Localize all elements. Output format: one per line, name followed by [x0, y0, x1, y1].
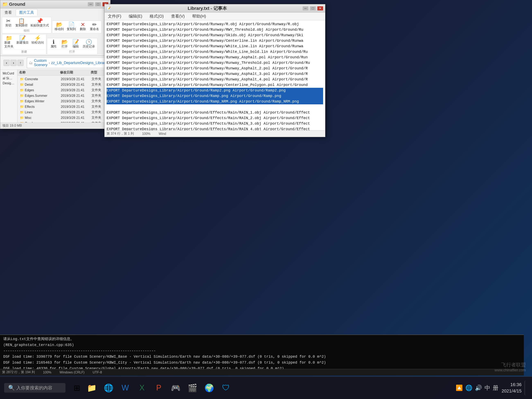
folder-icon: 📁: [20, 89, 24, 92]
tray-up-arrow[interactable]: 🔼: [456, 385, 463, 391]
file-item[interactable]: 📁Effects 2019/3/28 21:41 文件夹: [18, 104, 109, 109]
search-icon: 🔍: [8, 385, 15, 391]
move-to-button[interactable]: 📂 移动到: [54, 21, 65, 32]
file-name: 📁Misc: [20, 116, 61, 120]
file-list: 📁Concrete 2019/3/28 21:41 文件夹 📁Detail 20…: [17, 76, 110, 123]
minimize-button[interactable]: ─: [88, 2, 94, 6]
game-icon: 🎮: [171, 383, 180, 393]
show-desktop-button[interactable]: [525, 380, 528, 395]
move-to-label: 移动到: [55, 27, 64, 31]
tray-date-display: 2021/4/15: [501, 388, 522, 394]
taskbar-app-files[interactable]: 📁: [84, 380, 99, 395]
easy-access-icon: ⚡: [34, 35, 41, 41]
tray-volume-icon[interactable]: 🔊: [475, 385, 482, 391]
file-item[interactable]: 📁Edges.Summer 2019/3/28 21:41 文件夹: [18, 93, 109, 98]
cut-button[interactable]: ✂ 剪切: [3, 18, 13, 28]
new-folder-button[interactable]: 📁 新建文件夹: [3, 35, 14, 49]
delete-button[interactable]: ✕ 删除: [78, 21, 88, 32]
menu-edit[interactable]: 编辑(E): [127, 13, 144, 20]
taskbar-app-browser[interactable]: 🌍: [202, 380, 216, 395]
copy-to-button[interactable]: 📄 复制到: [66, 21, 77, 32]
tray-ime-icon[interactable]: 中: [485, 384, 490, 392]
file-name: 📁Edges.Winter: [20, 99, 61, 103]
tray-datetime[interactable]: 16:36 2021/4/15: [501, 382, 522, 394]
file-item[interactable]: 📁Detail 2019/3/28 21:41 文件夹: [18, 82, 109, 87]
ribbon-group-action: 📂 移动到 📄 复制到 ✕ 删除 ✏ 重命名: [52, 21, 101, 33]
open-button[interactable]: 📂 打开: [60, 39, 70, 49]
easy-access-button[interactable]: ⚡ 轻松访问: [31, 35, 45, 49]
file-date: 2019/3/28 21:41: [61, 99, 91, 103]
open-label: 打开: [62, 44, 68, 49]
tab-view[interactable]: 查看: [1, 9, 15, 16]
address-custom-scenery[interactable]: Custom Scenery: [34, 58, 47, 67]
taskbar-app-game[interactable]: 🎮: [168, 380, 183, 395]
menu-help[interactable]: 帮助(H): [190, 13, 208, 20]
file-item[interactable]: 📁Overlay 2019/3/28 21:41 文件夹: [18, 120, 109, 123]
cut-label: 剪切: [5, 24, 12, 27]
notepad-text-area[interactable]: EXPORT DepartureDesigns_Library/Airport/…: [105, 20, 325, 130]
notepad-line-highlighted: EXPORT DepartureDesigns_Library/Airport/…: [107, 88, 323, 93]
maximize-button[interactable]: □: [95, 2, 101, 6]
file-date: 2019/3/28 21:41: [61, 77, 91, 81]
taskbar-app-shield[interactable]: 🛡: [219, 380, 233, 395]
taskbar-widget-icon[interactable]: ⊞: [70, 380, 84, 395]
taskbar-app-media[interactable]: 🎬: [185, 380, 200, 395]
taskbar-app-powerpoint[interactable]: P: [152, 380, 166, 395]
file-explorer-window: 📁 Ground ─ □ ✕ 查看 图片工具 ✂ 剪切: [0, 0, 110, 129]
notepad-line: EXPORT DepartureDesigns_Library/Airport/…: [107, 115, 323, 121]
notepad-close-button[interactable]: ✕: [317, 6, 323, 10]
sidebar-alsimul[interactable]: al Simul.: [1, 76, 16, 81]
watermark: 飞行者联盟 www.chinaflier.com: [494, 361, 526, 372]
notepad-content[interactable]: EXPORT DepartureDesigns_Library/Airport/…: [105, 20, 325, 130]
log-position: 第 2872 行，第 194 列: [2, 370, 35, 374]
properties-button[interactable]: ℹ 属性: [49, 39, 59, 49]
col-name: 名称: [19, 70, 60, 75]
notepad-line: EXPORT DepartureDesigns_Library/Airport/…: [107, 32, 323, 38]
log-zoom: 100%: [43, 371, 51, 374]
file-name: 📁Edges.Summer: [20, 94, 61, 98]
history-button[interactable]: 🕒 历史记录: [82, 39, 96, 49]
rename-icon: ✏: [92, 22, 97, 27]
tray-network-icon[interactable]: 🌐: [465, 385, 472, 391]
explorer-sidebar: McCurd al Simul. Designs_: [0, 70, 17, 123]
taskbar-search[interactable]: 🔍 入你要搜索的内容: [4, 383, 65, 393]
back-button[interactable]: ‹: [3, 60, 10, 66]
forward-button[interactable]: ›: [10, 60, 17, 66]
col-date: 修改日期: [60, 70, 91, 75]
file-item[interactable]: 📁Edges.Winter 2019/3/28 21:41 文件夹: [18, 98, 109, 104]
paste-shortcut-button[interactable]: 📌 粘贴快捷方式: [30, 18, 50, 28]
notepad-line: EXPORT DepartureDesigns_Library/Airport/…: [107, 127, 323, 130]
file-item[interactable]: 📁Lines 2019/3/28 21:41 文件夹: [18, 109, 109, 115]
search-placeholder: 入你要搜索的内容: [16, 385, 52, 391]
notepad-minimize-button[interactable]: ─: [303, 6, 308, 10]
ribbon-group-organize-title: 组织: [3, 28, 50, 32]
up-button[interactable]: ↑: [17, 60, 24, 66]
notepad-maximize-button[interactable]: □: [310, 6, 316, 10]
sidebar-designs[interactable]: Designs_: [1, 81, 16, 86]
file-list-header: 名称 修改日期 类型: [17, 70, 110, 76]
address-library[interactable]: zz_Lib_DepartureDesigns_Library: [51, 61, 107, 65]
ribbon-group-open-title: 打开: [49, 49, 96, 54]
edit-icon: 📝: [72, 39, 79, 44]
taskbar-app-word[interactable]: W: [118, 380, 133, 395]
properties-label: 属性: [51, 44, 57, 49]
edit-button[interactable]: 📝 编辑: [71, 39, 81, 49]
taskbar-app-excel[interactable]: X: [135, 380, 149, 395]
watermark-url: www.chinaflier.com: [494, 368, 526, 372]
taskbar-app-edge[interactable]: 🌐: [101, 380, 116, 395]
rename-button[interactable]: ✏ 重命名: [89, 21, 100, 32]
media-icon: 🎬: [188, 383, 197, 393]
sidebar-mccurd[interactable]: McCurd: [1, 71, 16, 76]
notepad-line: EXPORT DepartureDesigns_Library/Airport/…: [107, 71, 323, 77]
menu-file[interactable]: 文件(F): [106, 13, 123, 20]
menu-view[interactable]: 查看(V): [169, 13, 186, 20]
new-item-button[interactable]: 📝 新建项目: [15, 35, 30, 49]
copy-path-button[interactable]: 📋 复制路径: [14, 18, 29, 28]
tab-picture-tools[interactable]: 图片工具: [16, 9, 38, 16]
menu-format[interactable]: 格式(O): [148, 13, 165, 20]
file-item[interactable]: 📁Edges 2019/3/28 21:41 文件夹: [18, 87, 109, 93]
file-item[interactable]: 📁Misc 2019/3/28 21:41 文件夹: [18, 115, 109, 120]
tray-register-icon[interactable]: 册: [493, 384, 498, 392]
widget-icon: ⊞: [74, 383, 80, 393]
file-item[interactable]: 📁Concrete 2019/3/28 21:41 文件夹: [18, 76, 109, 82]
